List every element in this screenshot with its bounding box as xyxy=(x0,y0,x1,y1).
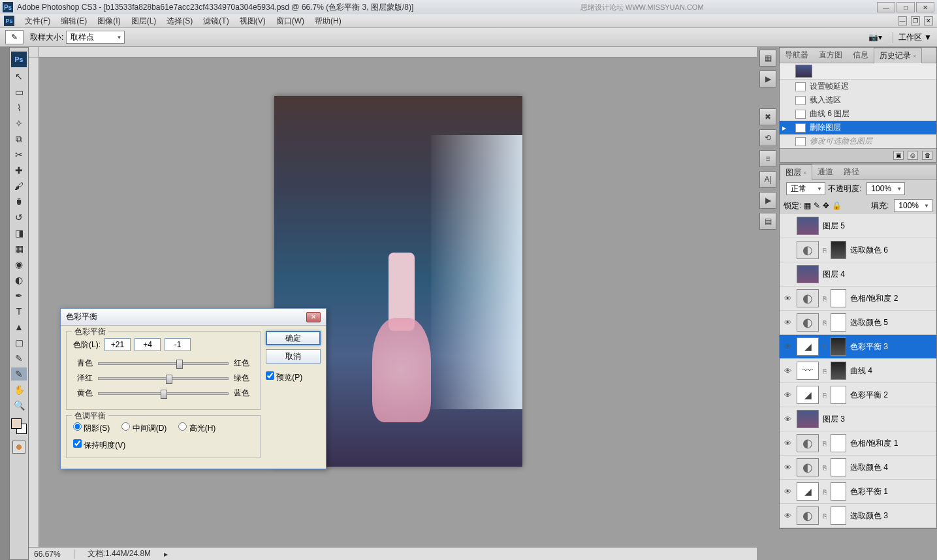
visibility-toggle[interactable]: 👁 xyxy=(782,390,793,400)
canvas-area[interactable]: 色彩平衡 ✕ 色彩平衡 色阶(L): 青色红色洋红绿色黄色蓝色 xyxy=(29,47,757,560)
layer-mask-thumb[interactable] xyxy=(831,482,846,501)
opacity-input[interactable]: 100% xyxy=(866,182,905,195)
cancel-button[interactable]: 取消 xyxy=(266,349,321,364)
ruler-vertical[interactable] xyxy=(29,57,39,560)
path-select-tool[interactable]: ▲ xyxy=(11,320,27,334)
delete-state-icon[interactable]: 🗑 xyxy=(922,151,932,160)
lasso-tool[interactable]: ⌇ xyxy=(11,101,27,114)
workspace-dropdown[interactable]: 工作区 ▼ xyxy=(893,32,932,43)
new-doc-from-state-icon[interactable]: ▣ xyxy=(893,151,904,160)
visibility-toggle[interactable]: 👁 xyxy=(782,366,793,376)
layer-thumb[interactable] xyxy=(797,289,819,307)
panel-tab[interactable]: 导航器 xyxy=(780,48,814,63)
layer-mask-thumb[interactable] xyxy=(831,386,846,404)
menu-item[interactable]: 编辑(E) xyxy=(56,14,92,28)
notes-tool[interactable]: ✎ xyxy=(11,352,27,365)
lock-pixels-icon[interactable]: ✎ xyxy=(814,201,820,210)
layer-thumb[interactable] xyxy=(797,313,819,332)
hand-tool[interactable]: ✋ xyxy=(11,383,27,396)
status-menu-icon[interactable]: ▸ xyxy=(164,550,168,559)
move-tool[interactable]: ↖ xyxy=(11,70,27,83)
history-state[interactable]: 设置帧延迟 xyxy=(780,80,936,93)
layer-row[interactable]: 图层 5 xyxy=(780,214,936,238)
layer-row[interactable]: 👁⎘色彩平衡 3 xyxy=(780,335,936,359)
menu-item[interactable]: 图层(L) xyxy=(126,14,162,28)
dodge-tool[interactable]: ◐ xyxy=(11,273,27,287)
layer-comps-panel-icon[interactable]: ▤ xyxy=(759,213,776,230)
layer-thumb[interactable] xyxy=(797,241,819,259)
healing-tool[interactable]: ✚ xyxy=(11,164,27,177)
layer-row[interactable]: 👁⎘选取颜色 4 xyxy=(780,456,936,480)
fill-input[interactable]: 100% xyxy=(894,199,932,212)
dialog-titlebar[interactable]: 色彩平衡 ✕ xyxy=(61,309,326,326)
swatches-panel-icon[interactable]: ▶ xyxy=(759,70,776,87)
maximize-button[interactable]: □ xyxy=(897,2,915,12)
layer-mask-thumb[interactable] xyxy=(831,289,846,307)
layer-name[interactable]: 色彩平衡 1 xyxy=(850,486,888,497)
history-snapshot[interactable] xyxy=(780,63,936,80)
layer-thumb[interactable] xyxy=(797,337,819,356)
layer-row[interactable]: 👁⎘选取颜色 3 xyxy=(780,504,936,528)
sample-size-dropdown[interactable]: 取样点 xyxy=(66,31,125,44)
color-slider[interactable] xyxy=(98,377,229,380)
clone-source-panel-icon[interactable]: ≡ xyxy=(759,150,776,167)
tone-radio[interactable]: 高光(H) xyxy=(178,422,215,434)
eraser-tool[interactable]: ◨ xyxy=(11,226,27,240)
layer-row[interactable]: 👁⎘色相/饱和度 1 xyxy=(780,431,936,456)
layer-row[interactable]: ⎘选取颜色 6 xyxy=(780,238,936,262)
minimize-button[interactable]: — xyxy=(877,2,895,12)
layer-name[interactable]: 图层 5 xyxy=(823,221,845,232)
panel-tab[interactable]: 历史记录× xyxy=(874,48,922,63)
layer-mask-thumb[interactable] xyxy=(831,458,846,476)
panel-tab[interactable]: 路径 xyxy=(838,164,865,179)
layer-mask-thumb[interactable] xyxy=(831,241,846,259)
visibility-toggle[interactable] xyxy=(782,221,793,231)
panel-tab[interactable]: 通道 xyxy=(812,164,838,179)
layer-name[interactable]: 色相/饱和度 2 xyxy=(850,293,898,304)
level-yellow-blue-input[interactable] xyxy=(165,338,191,351)
layer-row[interactable]: 👁⎘色彩平衡 2 xyxy=(780,383,936,407)
layer-name[interactable]: 色彩平衡 2 xyxy=(850,390,888,401)
layer-name[interactable]: 色相/饱和度 1 xyxy=(850,438,898,449)
color-swatches[interactable] xyxy=(11,418,27,434)
doc-minimize-button[interactable]: — xyxy=(898,16,907,25)
layer-mask-thumb[interactable] xyxy=(831,337,846,356)
ok-button[interactable]: 确定 xyxy=(266,331,321,345)
layer-row[interactable]: 👁⎘选取颜色 5 xyxy=(780,311,936,335)
level-cyan-red-input[interactable] xyxy=(104,338,131,351)
layer-thumb[interactable] xyxy=(797,482,819,501)
layer-name[interactable]: 选取颜色 6 xyxy=(850,245,888,256)
gradient-tool[interactable]: ▦ xyxy=(11,242,27,255)
visibility-toggle[interactable]: 👁 xyxy=(782,317,793,328)
visibility-toggle[interactable]: 👁 xyxy=(782,293,793,303)
visibility-toggle[interactable]: 👁 xyxy=(782,341,793,352)
type-tool[interactable]: T xyxy=(11,305,27,318)
lock-all-icon[interactable]: 🔒 xyxy=(832,201,842,210)
quick-mask-toggle[interactable] xyxy=(12,441,25,454)
history-state[interactable]: ▸删除图层 xyxy=(780,121,936,134)
menu-item[interactable]: 图像(I) xyxy=(92,14,125,28)
layer-mask-thumb[interactable] xyxy=(831,313,846,332)
zoom-percent[interactable]: 66.67% xyxy=(34,550,61,559)
visibility-toggle[interactable]: 👁 xyxy=(782,486,793,497)
character-panel-icon[interactable]: A| xyxy=(759,171,776,188)
menu-item[interactable]: 视图(V) xyxy=(234,14,271,28)
actions-panel-icon[interactable]: ▶ xyxy=(759,192,776,209)
stamp-tool[interactable]: ⧯ xyxy=(11,195,27,208)
layer-name[interactable]: 选取颜色 5 xyxy=(850,317,888,328)
layer-row[interactable]: 👁⎘色相/饱和度 2 xyxy=(780,287,936,311)
foreground-color-swatch[interactable] xyxy=(11,418,22,429)
layer-row[interactable]: 👁⎘曲线 4 xyxy=(780,359,936,383)
layer-name[interactable]: 色彩平衡 3 xyxy=(850,341,888,352)
layer-name[interactable]: 选取颜色 3 xyxy=(850,510,888,521)
layer-mask-thumb[interactable] xyxy=(831,362,846,380)
pen-tool[interactable]: ✒ xyxy=(11,289,27,302)
doc-close-button[interactable]: ✕ xyxy=(924,16,933,25)
visibility-toggle[interactable] xyxy=(782,245,793,255)
shape-tool[interactable]: ▢ xyxy=(11,336,27,349)
layer-thumb[interactable] xyxy=(797,217,819,235)
layer-name[interactable]: 图层 4 xyxy=(823,269,845,280)
lock-position-icon[interactable]: ✥ xyxy=(823,201,829,210)
visibility-toggle[interactable]: 👁 xyxy=(782,438,793,448)
history-state[interactable]: 曲线 6 图层 xyxy=(780,107,936,121)
